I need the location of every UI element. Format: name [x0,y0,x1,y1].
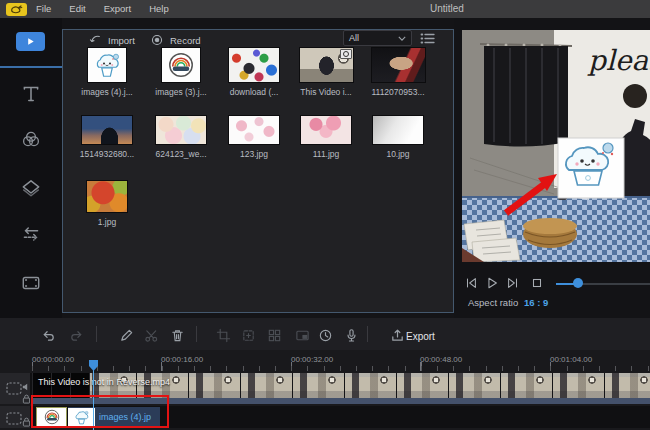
media-thumb-images4[interactable] [87,47,127,83]
sidebar-tab-text[interactable] [20,83,42,105]
export-button[interactable] [390,328,405,343]
export-icon [390,328,405,343]
sidebar-tab-filters[interactable] [20,128,42,150]
camera-badge-icon [340,49,352,59]
media-thumb-eggs[interactable] [155,115,207,145]
media-thumb-this-video[interactable] [299,47,354,83]
sidebar-tab-footage[interactable] [20,272,42,294]
export-button-label[interactable]: Export [406,331,435,342]
media-label: 111.jpg [313,149,340,159]
duration-clock-icon [318,328,333,343]
rainbow-logo-image [166,50,196,80]
list-view-icon [420,32,436,45]
mosaic-icon [267,328,282,343]
prev-frame-button[interactable] [464,276,478,290]
pip-button[interactable] [295,328,310,343]
media-thumb-images3[interactable] [161,47,201,83]
toolbar-divider [96,326,97,342]
menu-help[interactable]: Help [140,0,178,18]
menu-file[interactable]: File [27,0,60,18]
media-thumb-123[interactable] [228,115,280,145]
media-item: images (4).j... [72,47,142,97]
zoom-button[interactable] [241,328,256,343]
duration-button[interactable] [318,328,333,343]
whiteboard-handwriting: pleas [587,44,650,77]
record-label: Record [170,35,201,46]
sidebar-tab-media[interactable] [16,32,45,51]
media-label: download (... [230,87,279,97]
import-label: Import [108,35,135,46]
filters-tab-icon [20,128,42,150]
media-thumb-apple[interactable] [86,180,128,213]
split-scissors-icon [144,328,159,343]
stop-icon [530,276,544,290]
aspect-ratio-value[interactable]: 16 : 9 [524,297,548,308]
media-item: images (3).j... [146,47,216,97]
edit-button[interactable] [119,328,134,343]
media-item: 624123_we... [146,115,216,159]
prev-frame-icon [464,276,478,290]
sidebar-tab-elements[interactable] [20,177,42,199]
media-label: 624123_we... [155,149,206,159]
slider-knob[interactable] [573,278,583,288]
media-filter-value: All [349,33,359,43]
undo-icon [41,328,56,343]
media-label: 1.jpg [98,217,116,227]
text-tab-icon [20,83,42,105]
split-button[interactable] [144,328,159,343]
track1-header [0,373,30,404]
list-view-button[interactable] [420,31,436,44]
redo-icon [69,328,84,343]
record-button[interactable]: Record [150,33,201,47]
undo-button[interactable] [41,328,56,343]
menu-edit[interactable]: Edit [60,0,94,18]
person [623,84,647,108]
media-thumb-sunset[interactable] [81,115,133,145]
next-frame-button[interactable] [506,276,520,290]
aspect-ratio-label: Aspect ratio [468,297,518,308]
media-thumb-10[interactable] [372,115,424,145]
media-filter-dropdown[interactable]: All [343,30,412,46]
media-item: download (... [219,47,289,97]
delete-button[interactable] [170,328,185,343]
media-label: 123.jpg [240,149,268,159]
mosaic-button[interactable] [267,328,282,343]
media-label: 1514932680... [80,149,134,159]
voiceover-button[interactable] [344,328,359,343]
media-label: 1112070953... [371,87,424,97]
redo-button[interactable] [69,328,84,343]
clip-track-icon [6,411,22,424]
cupcake-image [92,50,122,80]
media-label: images (3).j... [155,87,207,97]
media-item: 10.jpg [363,115,433,159]
edit-pencil-icon [119,328,134,343]
footage-tab-icon [20,272,42,294]
crop-icon [216,328,231,343]
sidebar-tab-transitions[interactable] [20,223,42,245]
video-editor-window: File Edit Export Help Untitled Import Re… [0,0,650,430]
preview-video-frame[interactable]: pleas [462,30,650,262]
crop-button[interactable] [216,328,231,343]
media-item: 123.jpg [219,115,289,159]
pip-icon [295,328,310,343]
media-thumb-111[interactable] [300,115,352,145]
stop-button[interactable] [530,276,544,290]
media-item: This Video i... [291,47,361,97]
voiceover-mic-icon [344,328,359,343]
app-logo-bee-icon[interactable] [6,3,27,16]
media-thumb-download[interactable] [228,47,280,83]
speaker-icon[interactable] [22,377,30,385]
media-label: images (4).j... [81,87,133,97]
play-button[interactable] [485,276,499,290]
import-icon [88,33,102,47]
cupcake-overlay-clip[interactable] [558,138,624,198]
toolbar-divider [196,326,197,342]
media-tab-icon [25,36,36,47]
toolbar-divider [367,326,368,342]
import-button[interactable]: Import [88,33,135,47]
zoom-icon [241,328,256,343]
media-item: 111.jpg [291,115,361,159]
menu-export[interactable]: Export [95,0,140,18]
media-thumb-laptop[interactable] [371,47,426,83]
media-tab-active-underline [0,66,62,68]
